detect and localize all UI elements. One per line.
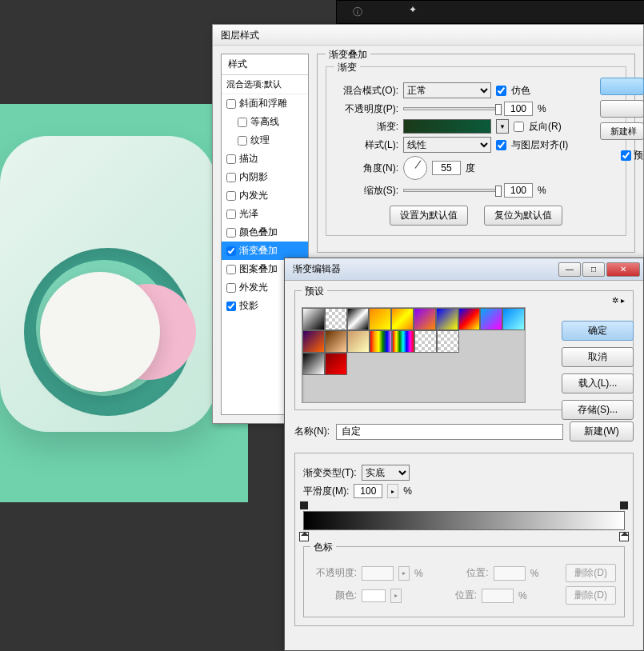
- set-default-button[interactable]: 设置为默认值: [390, 206, 468, 226]
- style-item-label: 内阴影: [239, 170, 268, 184]
- gradient-label: 渐变:: [334, 120, 398, 134]
- gradient-preview[interactable]: [403, 119, 491, 134]
- style-item-label: 等高线: [250, 115, 279, 129]
- style-checkbox[interactable]: [226, 173, 236, 182]
- style-checkbox[interactable]: [226, 99, 236, 109]
- style-item-1[interactable]: 等高线: [222, 113, 308, 131]
- style-item-7[interactable]: 颜色叠加: [222, 223, 308, 242]
- minimize-icon[interactable]: —: [558, 262, 581, 277]
- cancel-button[interactable]: 取消: [562, 347, 634, 367]
- cs-color-label: 颜色:: [312, 589, 357, 602]
- style-checkbox[interactable]: [226, 228, 236, 238]
- gradient-bar[interactable]: [303, 511, 625, 530]
- ok-button[interactable]: 确定: [562, 321, 634, 341]
- cancel-button-partial[interactable]: [600, 100, 644, 118]
- name-input[interactable]: [336, 424, 563, 440]
- preset-swatch[interactable]: [392, 330, 414, 353]
- gear-icon[interactable]: ✲ ▸: [612, 296, 625, 305]
- cs-opacity-input: [362, 566, 394, 581]
- style-item-4[interactable]: 内阴影: [222, 168, 308, 186]
- opacity-stop-right[interactable]: [620, 501, 628, 509]
- preset-swatch[interactable]: [414, 308, 436, 330]
- style-checkbox[interactable]: [226, 246, 236, 256]
- dialog-titlebar[interactable]: 图层样式: [213, 25, 643, 46]
- smoothness-input[interactable]: [354, 484, 382, 498]
- style-item-6[interactable]: 光泽: [222, 205, 308, 223]
- stepper-icon[interactable]: ▸: [387, 484, 398, 498]
- canvas[interactable]: [0, 104, 248, 502]
- style-checkbox[interactable]: [226, 283, 236, 293]
- color-stop-left[interactable]: [299, 532, 309, 541]
- style-checkbox[interactable]: [238, 136, 247, 146]
- opacity-slider[interactable]: [403, 107, 499, 110]
- style-item-2[interactable]: 纹理: [222, 131, 308, 150]
- colorstops-title: 色标: [310, 541, 336, 554]
- style-item-0[interactable]: 斜面和浮雕: [222, 94, 308, 113]
- preset-swatch[interactable]: [436, 308, 458, 330]
- style-checkbox[interactable]: [238, 118, 247, 127]
- preset-swatch[interactable]: [347, 330, 370, 353]
- load-button[interactable]: 载入(L)...: [562, 373, 634, 393]
- styles-header[interactable]: 样式: [222, 54, 308, 75]
- new-style-button[interactable]: 新建样: [600, 122, 644, 140]
- style-item-label: 图案叠加: [239, 262, 278, 276]
- preset-swatch[interactable]: [325, 353, 347, 375]
- style-checkbox[interactable]: [226, 302, 236, 311]
- blend-mode-label: 混合模式(O):: [334, 84, 398, 98]
- preset-swatch[interactable]: [369, 308, 391, 330]
- style-checkbox[interactable]: [226, 154, 236, 164]
- style-checkbox[interactable]: [226, 210, 236, 219]
- opacity-label: 不透明度(P):: [334, 102, 398, 116]
- style-checkbox[interactable]: [226, 265, 236, 274]
- preset-swatch[interactable]: [302, 353, 325, 375]
- new-button[interactable]: 新建(W): [570, 421, 634, 441]
- close-icon[interactable]: ✕: [606, 262, 640, 277]
- preset-swatch[interactable]: [370, 330, 392, 353]
- gradient-dropdown-icon[interactable]: ▼: [496, 119, 509, 134]
- icon-artwork: [0, 136, 216, 432]
- preset-swatch[interactable]: [437, 330, 459, 353]
- preset-swatch[interactable]: [302, 330, 325, 353]
- style-item-label: 光泽: [239, 207, 258, 221]
- scale-input[interactable]: [504, 183, 533, 198]
- preset-grid[interactable]: [302, 307, 526, 403]
- percent-label-2: %: [538, 185, 546, 196]
- style-checkbox[interactable]: [226, 191, 236, 201]
- blend-mode-select[interactable]: 正常: [403, 82, 491, 98]
- ok-button-partial[interactable]: [600, 78, 644, 95]
- maximize-icon[interactable]: □: [582, 262, 605, 277]
- style-item-3[interactable]: 描边: [222, 150, 308, 168]
- gradient-type-select[interactable]: 实底: [362, 465, 410, 481]
- preset-swatch[interactable]: [502, 308, 525, 330]
- gradient-editor-dialog: 渐变编辑器 — □ ✕ 预设 ✲ ▸: [284, 258, 644, 651]
- scale-slider[interactable]: [403, 189, 499, 192]
- preset-swatch[interactable]: [325, 308, 347, 330]
- preset-swatch[interactable]: [480, 308, 502, 330]
- angle-input[interactable]: [432, 161, 461, 175]
- preset-swatch[interactable]: [325, 330, 347, 353]
- save-button[interactable]: 存储(S)...: [562, 400, 634, 420]
- percent-label: %: [538, 103, 546, 114]
- align-checkbox[interactable]: [496, 140, 506, 150]
- color-stop-right[interactable]: [619, 532, 629, 541]
- preset-swatch[interactable]: [458, 308, 481, 330]
- reset-default-button[interactable]: 复位为默认值: [484, 206, 562, 226]
- preset-swatch[interactable]: [302, 308, 325, 330]
- angle-label: 角度(N):: [334, 162, 398, 175]
- opacity-input[interactable]: [504, 102, 533, 116]
- style-item-label: 内发光: [239, 189, 268, 202]
- preset-swatch[interactable]: [391, 308, 414, 330]
- name-label: 名称(N):: [294, 425, 330, 438]
- gradient-settings: 渐变类型(T): 实底 平滑度(M): ▸ % 色标: [294, 453, 634, 626]
- style-select[interactable]: 线性: [403, 137, 491, 153]
- preset-swatch[interactable]: [347, 308, 370, 330]
- dither-checkbox[interactable]: [496, 86, 506, 96]
- style-item-5[interactable]: 内发光: [222, 186, 308, 205]
- gradient-titlebar[interactable]: 渐变编辑器 — □ ✕: [285, 258, 643, 281]
- reverse-checkbox[interactable]: [514, 122, 524, 132]
- angle-dial[interactable]: [403, 156, 427, 180]
- opacity-stop-left[interactable]: [300, 501, 308, 509]
- preview-checkbox[interactable]: [621, 150, 631, 161]
- preset-swatch[interactable]: [414, 330, 437, 353]
- blend-options-default[interactable]: 混合选项:默认: [222, 75, 308, 94]
